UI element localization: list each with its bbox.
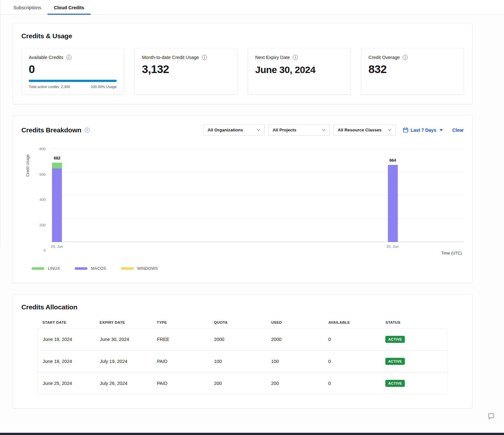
credits-progress-bar <box>29 80 117 82</box>
next-expiry-label: Next Expiry Date <box>255 55 290 60</box>
legend-label: LINUX <box>48 266 60 271</box>
resource-classes-select-value: All Resource Classes <box>338 128 382 132</box>
chart-y-ticks: 0200400600800 <box>34 149 49 250</box>
bar-value-label: 664 <box>389 158 396 163</box>
legend-item-linux[interactable]: LINUX <box>32 266 60 271</box>
info-icon[interactable]: i <box>293 55 298 60</box>
credits-usage-title: Credits & Usage <box>21 32 464 40</box>
support-widget-icon[interactable] <box>487 413 495 422</box>
cell-available: 0 <box>328 337 385 342</box>
table-row: June 18, 2024July 19, 2024PAID1001000ACT… <box>37 350 448 372</box>
tab-cloud-credits[interactable]: Cloud Credits <box>48 1 91 15</box>
usage-percent-label: 100.00% Usage <box>91 85 117 89</box>
column-header: AVAILABLE <box>328 321 385 324</box>
y-tick-label: 200 <box>40 223 46 227</box>
allocation-table-body: June 18, 2024June 30, 2024FREE200020000A… <box>37 328 448 394</box>
cell-start-date: June 18, 2024 <box>43 359 100 364</box>
gridline <box>49 195 464 195</box>
cell-type: FREE <box>157 337 214 342</box>
legend-item-macos[interactable]: MACOS <box>75 266 106 271</box>
cell-expiry-date: June 30, 2024 <box>100 337 157 342</box>
next-expiry-card: Next Expiry Date i June 30, 2024 <box>248 48 351 94</box>
status-badge: ACTIVE <box>385 336 405 343</box>
y-axis-label: Credit Usage <box>26 154 30 177</box>
macos-bar-segment <box>52 168 62 242</box>
gridline <box>49 172 464 172</box>
organizations-select[interactable]: All Organizations <box>203 124 265 136</box>
date-range-label: Last 7 Days <box>411 128 436 133</box>
main-content: Credits & Usage Available Credits i 0 To… <box>0 15 504 435</box>
chevron-down-icon <box>322 129 325 131</box>
allocation-table: START DATEEXPIRY DATETYPEQUOTAUSEDAVAILA… <box>37 321 448 394</box>
total-active-credits-label: Total active credits: 2,300 <box>29 85 70 89</box>
breakdown-filters: All Organizations All Projects All Resou… <box>200 124 464 136</box>
cell-quota: 2000 <box>214 337 271 342</box>
credits-breakdown-title: Credits Breakdown <box>21 126 81 134</box>
legend-label: MACOS <box>91 266 106 271</box>
projects-select[interactable]: All Projects <box>268 124 330 136</box>
column-header: QUOTA <box>214 321 271 324</box>
tab-subscriptions[interactable]: Subscriptions <box>7 1 48 15</box>
credits-breakdown-chart: Credit Usage 0200400600800 682664 20. Ju… <box>21 149 464 250</box>
chart-plot: 682664 <box>49 149 464 242</box>
available-credits-card: Available Credits i 0 Total active credi… <box>21 48 124 94</box>
linux-bar-segment <box>52 163 62 168</box>
legend-swatch <box>121 267 134 270</box>
chevron-down-icon <box>388 129 391 131</box>
stat-card-row: Available Credits i 0 Total active credi… <box>21 48 464 94</box>
info-icon[interactable]: i <box>66 55 71 60</box>
credits-allocation-title: Credits Allocation <box>21 303 464 311</box>
legend-swatch <box>75 267 87 270</box>
allocation-table-header: START DATEEXPIRY DATETYPEQUOTAUSEDAVAILA… <box>37 321 448 328</box>
sidebar-edge-divider <box>0 0 0 247</box>
chart-bar[interactable]: 664 <box>388 165 398 242</box>
caret-down-icon <box>440 129 443 131</box>
cell-type: PAID <box>157 381 214 386</box>
legend-item-windows[interactable]: WINDOWS <box>121 266 158 271</box>
status-badge: ACTIVE <box>385 380 405 387</box>
organizations-select-value: All Organizations <box>208 128 243 132</box>
chart-legend: LINUXMACOSWINDOWS <box>32 266 464 271</box>
cell-status: ACTIVE <box>385 358 442 365</box>
window-bottom-edge <box>0 433 504 435</box>
chevron-down-icon <box>257 129 260 131</box>
cell-start-date: June 25, 2024 <box>43 381 100 386</box>
cell-available: 0 <box>328 359 385 364</box>
cell-type: PAID <box>157 359 214 364</box>
credits-breakdown-section: Credits Breakdown i All Organizations Al… <box>13 115 472 283</box>
cell-expiry-date: July 26, 2024 <box>100 381 157 386</box>
macos-bar-segment <box>388 165 398 242</box>
legend-swatch <box>32 267 44 270</box>
y-tick-label: 600 <box>40 173 46 176</box>
cell-start-date: June 18, 2024 <box>43 337 100 342</box>
chart-x-ticks: 20. Jun25. Jun <box>49 242 464 250</box>
y-tick-label: 0 <box>44 248 46 252</box>
clear-filters-link[interactable]: Clear <box>452 128 464 133</box>
chart-bar[interactable]: 682 <box>52 163 62 242</box>
credit-overage-label: Credit Overage <box>368 55 400 60</box>
legend-label: WINDOWS <box>137 266 158 271</box>
x-axis-label: Time (UTC) <box>21 251 464 255</box>
column-header: USED <box>271 321 328 324</box>
column-header: START DATE <box>42 321 100 324</box>
available-credits-label: Available Credits <box>29 55 63 60</box>
cell-available: 0 <box>328 381 385 386</box>
info-icon[interactable]: i <box>202 55 207 60</box>
info-icon[interactable]: i <box>85 128 90 133</box>
resource-classes-select[interactable]: All Resource Classes <box>333 124 396 136</box>
bar-value-label: 682 <box>54 156 60 160</box>
gridline <box>49 218 464 219</box>
cell-status: ACTIVE <box>385 380 442 387</box>
y-tick-label: 400 <box>40 198 46 202</box>
mtd-usage-card: Month-to-date Credit Usage i 3,132 <box>135 48 237 94</box>
date-range-button[interactable]: Last 7 Days <box>403 127 443 133</box>
status-badge: ACTIVE <box>385 358 405 365</box>
credit-overage-value: 832 <box>368 63 456 76</box>
cell-quota: 100 <box>214 359 271 364</box>
calendar-icon <box>403 127 408 133</box>
x-tick-label: 20. Jun <box>51 245 63 248</box>
column-header: TYPE <box>157 321 214 324</box>
column-header: EXPIRY DATE <box>100 321 157 324</box>
cell-used: 2000 <box>271 337 328 342</box>
info-icon[interactable]: i <box>403 55 408 60</box>
